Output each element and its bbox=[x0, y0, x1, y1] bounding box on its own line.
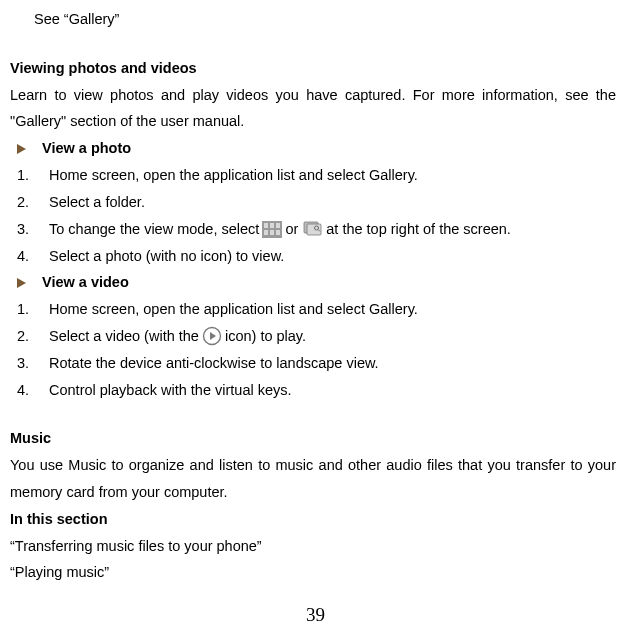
svg-rect-5 bbox=[270, 230, 274, 235]
step-number: 4. bbox=[17, 243, 49, 270]
step-number: 3. bbox=[17, 350, 49, 377]
viewing-heading: Viewing photos and videos bbox=[10, 55, 616, 82]
photo-step-2: 2. Select a folder. bbox=[10, 189, 616, 216]
photo-step-1: 1. Home screen, open the application lis… bbox=[10, 162, 616, 189]
step-text: Control playback with the virtual keys. bbox=[49, 377, 616, 404]
view-video-bullet: View a video bbox=[10, 269, 616, 296]
svg-rect-1 bbox=[264, 223, 268, 228]
stack-view-icon bbox=[301, 221, 323, 237]
step-text-c: at the top right of the screen. bbox=[326, 216, 511, 243]
music-heading: Music bbox=[10, 425, 616, 452]
step-text-b: or bbox=[285, 216, 298, 243]
play-icon bbox=[202, 326, 222, 346]
svg-rect-8 bbox=[307, 224, 321, 235]
step-number: 3. bbox=[17, 216, 49, 243]
grid-view-icon bbox=[262, 221, 282, 238]
step-text-a: Select a video (with the bbox=[49, 323, 199, 350]
video-step-2: 2. Select a video (with the icon) to pla… bbox=[10, 323, 616, 350]
music-ref-2: “Playing music” bbox=[10, 559, 616, 586]
step-number: 2. bbox=[17, 323, 49, 350]
video-step-4: 4. Control playback with the virtual key… bbox=[10, 377, 616, 404]
page-number: 39 bbox=[0, 597, 631, 632]
svg-rect-6 bbox=[276, 230, 280, 235]
video-step-3: 3. Rotate the device anti-clockwise to l… bbox=[10, 350, 616, 377]
arrow-icon bbox=[17, 144, 26, 154]
photo-step-4: 4. Select a photo (with no icon) to view… bbox=[10, 243, 616, 270]
step-number: 1. bbox=[17, 162, 49, 189]
step-text: Rotate the device anti-clockwise to land… bbox=[49, 350, 616, 377]
step-number: 2. bbox=[17, 189, 49, 216]
video-step-1: 1. Home screen, open the application lis… bbox=[10, 296, 616, 323]
step-text: Select a folder. bbox=[49, 189, 616, 216]
view-video-label: View a video bbox=[42, 269, 129, 296]
music-ref-1: “Transferring music files to your phone” bbox=[10, 533, 616, 560]
step-text: Home screen, open the application list a… bbox=[49, 296, 616, 323]
step-number: 4. bbox=[17, 377, 49, 404]
view-photo-bullet: View a photo bbox=[10, 135, 616, 162]
music-intro: You use Music to organize and listen to … bbox=[10, 452, 616, 506]
viewing-intro: Learn to view photos and play videos you… bbox=[10, 82, 616, 136]
svg-rect-3 bbox=[276, 223, 280, 228]
step-text-b: icon) to play. bbox=[225, 323, 306, 350]
step-text: Select a video (with the icon) to play. bbox=[49, 323, 616, 350]
see-gallery-line: See “Gallery” bbox=[10, 6, 616, 33]
view-photo-label: View a photo bbox=[42, 135, 131, 162]
step-text-a: To change the view mode, select bbox=[49, 216, 259, 243]
svg-rect-4 bbox=[264, 230, 268, 235]
svg-rect-2 bbox=[270, 223, 274, 228]
in-this-section-heading: In this section bbox=[10, 506, 616, 533]
photo-step-3: 3. To change the view mode, select or bbox=[10, 216, 616, 243]
step-text: To change the view mode, select or at th… bbox=[49, 216, 616, 243]
step-text: Select a photo (with no icon) to view. bbox=[49, 243, 616, 270]
arrow-icon bbox=[17, 278, 26, 288]
step-number: 1. bbox=[17, 296, 49, 323]
step-text: Home screen, open the application list a… bbox=[49, 162, 616, 189]
